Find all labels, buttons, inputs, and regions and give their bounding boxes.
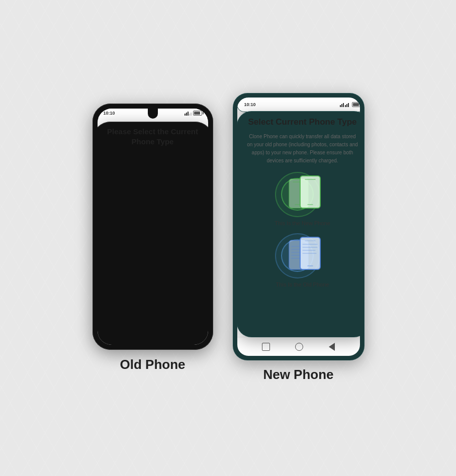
new-phone-wrapper: 10:10 Select Current Phone Type C	[233, 93, 364, 383]
new-nav-back-icon	[329, 343, 335, 351]
new-nav-home-icon	[295, 343, 303, 351]
svg-rect-14	[345, 105, 346, 107]
new-nav-square-icon	[262, 343, 270, 351]
old-phone-device: 10:10 Please Select the Current Phone Ty…	[93, 104, 213, 350]
svg-rect-16	[348, 103, 349, 107]
new-phone-illus-svg	[275, 172, 330, 217]
old-phone-label: Old Phone	[120, 357, 186, 372]
new-signal-icon	[340, 103, 350, 107]
battery-icon	[193, 111, 202, 116]
old-phone-wrapper: 10:10 Please Select the Current Phone Ty…	[93, 104, 213, 372]
old-phone-screen: 10:10 Please Select the Current Phone Ty…	[98, 109, 208, 345]
old-phone-content: Please Select the Current Phone Type Clo…	[98, 118, 208, 345]
svg-rect-20	[300, 176, 320, 208]
svg-rect-4	[191, 113, 192, 116]
old-phone-status-bar: 10:10	[98, 109, 208, 118]
new-phone-label: New Phone	[263, 367, 333, 383]
new-phone-status-bar: 10:10	[237, 98, 360, 112]
new-battery-icon	[352, 102, 360, 107]
svg-rect-3	[189, 114, 190, 116]
svg-rect-15	[346, 104, 347, 107]
new-phone-title: Select Current Phone Type	[248, 117, 356, 128]
new-phone-time: 10:10	[244, 102, 256, 107]
new-btn-label: This Is the New Phone	[275, 220, 330, 226]
signal-icon	[185, 111, 192, 116]
old-phone-title: Please Select the Current Phone Type	[98, 122, 208, 345]
svg-rect-12	[341, 104, 342, 107]
old-btn-label: This Is the Old Phone	[276, 281, 329, 288]
new-phone-screen: 10:10 Select Current Phone Type C	[237, 98, 360, 356]
old-phone-time: 10:10	[104, 111, 115, 116]
old-phone-illus-svg	[275, 233, 330, 278]
svg-rect-11	[340, 105, 341, 107]
new-phone-illustration[interactable]	[275, 172, 330, 217]
svg-rect-0	[185, 114, 186, 116]
new-phone-content: Select Current Phone Type Clone Phone ca…	[237, 112, 360, 337]
old-phone-illustration[interactable]	[275, 233, 330, 278]
new-phone-desc: Clone Phone can quickly transfer all dat…	[246, 133, 359, 165]
old-phone-notch	[148, 109, 158, 119]
svg-rect-13	[343, 103, 344, 107]
svg-rect-1	[186, 113, 187, 116]
new-phone-nav-bar	[237, 337, 360, 356]
svg-rect-2	[188, 112, 189, 116]
new-phone-device: 10:10 Select Current Phone Type C	[233, 93, 364, 360]
